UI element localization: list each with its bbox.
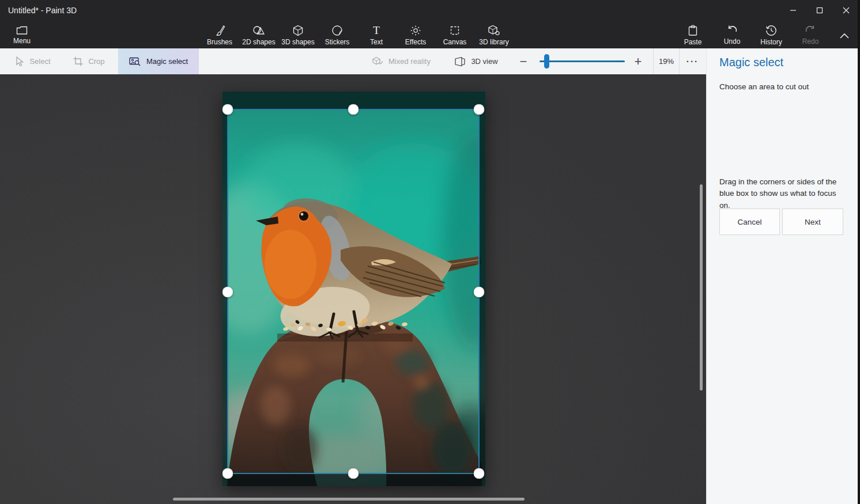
3d-view-label: 3D view: [471, 57, 497, 66]
menu-button[interactable]: Menu: [6, 22, 38, 48]
magic-select-panel: Magic select Choose an area to cut out D…: [706, 48, 858, 504]
canvas-icon: [449, 25, 461, 36]
minimize-button[interactable]: [780, 0, 806, 21]
collapse-ribbon-button[interactable]: [836, 28, 853, 44]
screen-edge-strip: [858, 0, 860, 504]
zoom-slider-thumb[interactable]: [544, 54, 549, 69]
3d-shapes-label: 3D shapes: [281, 38, 314, 46]
history-button[interactable]: History: [752, 22, 791, 48]
crop-label: Crop: [88, 57, 104, 66]
mixed-reality-button: Mixed reality: [364, 48, 438, 74]
brush-icon: [214, 25, 225, 36]
menu-label: Menu: [13, 37, 31, 45]
minimize-icon: [790, 7, 797, 14]
zoom-level-display: 19%: [653, 48, 680, 74]
handle-bottom-center[interactable]: [348, 468, 359, 479]
3d-shapes-icon: [292, 25, 304, 36]
window-controls: [780, 0, 859, 21]
bird-photo[interactable]: [222, 92, 485, 486]
cancel-button[interactable]: Cancel: [719, 209, 780, 235]
zoom-in-button[interactable]: +: [629, 48, 647, 74]
history-label: History: [760, 38, 782, 46]
horizontal-scrollbar[interactable]: [173, 498, 525, 501]
zoom-out-button[interactable]: −: [515, 48, 532, 74]
magic-select-button[interactable]: Magic select: [118, 48, 199, 74]
handle-top-left[interactable]: [222, 104, 233, 115]
stickers-button[interactable]: Stickers: [318, 22, 357, 48]
3d-library-icon: [488, 25, 500, 36]
next-button[interactable]: Next: [782, 209, 843, 235]
text-tool-icon: T: [373, 25, 380, 36]
2d-shapes-button[interactable]: 2D shapes: [239, 22, 278, 48]
paint3d-window: Untitled* - Paint 3D Menu Brushes 2D sha…: [0, 0, 860, 504]
folder-icon: [16, 25, 28, 35]
panel-instruction: Drag in the corners or sides of the blue…: [719, 176, 843, 211]
stickers-icon: [331, 25, 343, 36]
undo-icon: [726, 25, 738, 36]
magic-select-label: Magic select: [146, 57, 188, 66]
paste-label: Paste: [684, 38, 702, 46]
magic-select-icon: [129, 57, 141, 66]
chevron-up-icon: [840, 33, 849, 39]
crop-button: Crop: [65, 48, 114, 74]
zoom-slider-track[interactable]: [540, 60, 625, 62]
3d-library-label: 3D library: [479, 38, 508, 46]
canvas-area: [0, 74, 706, 504]
vertical-scrollbar[interactable]: [700, 184, 703, 391]
select-button: Select: [6, 48, 61, 74]
text-button[interactable]: T Text: [357, 22, 396, 48]
3d-view-icon: [454, 57, 466, 66]
paste-icon: [688, 25, 698, 36]
brushes-label: Brushes: [207, 38, 232, 46]
handle-bottom-right[interactable]: [474, 468, 485, 479]
redo-label: Redo: [802, 37, 819, 46]
stickers-label: Stickers: [325, 38, 350, 46]
mixed-reality-label: Mixed reality: [388, 57, 431, 66]
zoom-slider[interactable]: [540, 48, 625, 74]
2d-shapes-label: 2D shapes: [242, 38, 275, 46]
3d-shapes-button[interactable]: 3D shapes: [278, 22, 318, 48]
canvas-label: Canvas: [443, 38, 467, 46]
panel-title: Magic select: [719, 56, 783, 69]
effects-icon: [410, 25, 421, 36]
maximize-button[interactable]: [806, 0, 833, 21]
handle-middle-right[interactable]: [474, 287, 485, 298]
undo-label: Undo: [724, 37, 741, 46]
panel-subtitle: Choose an area to cut out: [719, 82, 809, 91]
crop-icon: [73, 56, 83, 66]
handle-top-center[interactable]: [348, 104, 359, 115]
zoom-out-glyph: −: [520, 54, 527, 69]
redo-button: Redo: [791, 22, 830, 48]
title-bar: Untitled* - Paint 3D: [0, 0, 860, 21]
ribbon-bar: Select Crop Magic select Mixed reality 3…: [0, 48, 706, 74]
3d-library-button[interactable]: 3D library: [474, 22, 514, 48]
canvas-button[interactable]: Canvas: [435, 22, 474, 48]
effects-label: Effects: [405, 38, 426, 46]
handle-middle-left[interactable]: [222, 287, 233, 298]
handle-bottom-left[interactable]: [222, 468, 233, 479]
select-cursor-icon: [16, 56, 24, 67]
window-title: Untitled* - Paint 3D: [8, 0, 77, 21]
redo-icon: [805, 25, 816, 36]
select-label: Select: [29, 57, 50, 66]
more-options-button[interactable]: •••: [682, 48, 703, 74]
ellipsis-icon: •••: [687, 59, 699, 65]
effects-button[interactable]: Effects: [396, 22, 435, 48]
main-toolbar: Menu Brushes 2D shapes 3D shapes Sticker…: [0, 21, 860, 48]
brushes-button[interactable]: Brushes: [200, 22, 239, 48]
handle-top-right[interactable]: [474, 104, 485, 115]
paste-button[interactable]: Paste: [673, 22, 712, 48]
text-label: Text: [370, 38, 383, 46]
3d-view-button[interactable]: 3D view: [448, 48, 504, 74]
magic-select-box[interactable]: [227, 109, 480, 474]
close-button[interactable]: [833, 0, 859, 21]
maximize-icon: [816, 7, 823, 14]
close-icon: [843, 7, 850, 14]
history-icon: [765, 25, 777, 36]
zoom-in-glyph: +: [635, 54, 642, 69]
undo-button[interactable]: Undo: [712, 22, 752, 48]
2d-shapes-icon: [252, 25, 265, 36]
mixed-reality-icon: [372, 56, 383, 66]
